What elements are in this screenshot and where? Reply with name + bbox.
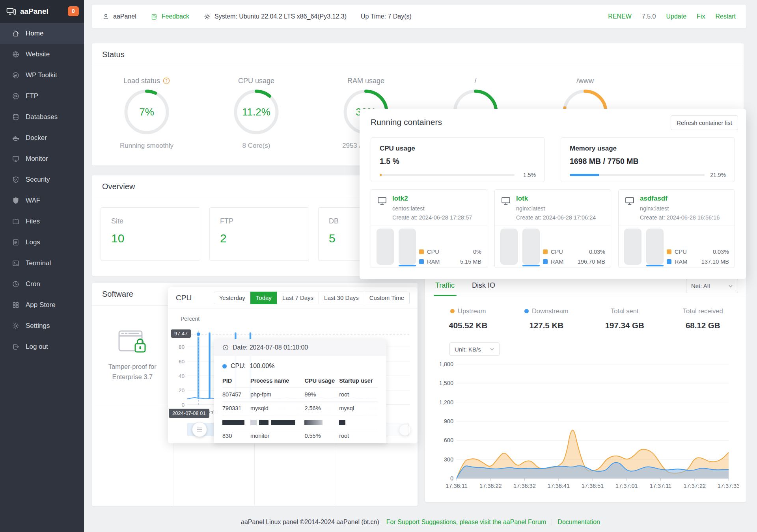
series-dot (450, 309, 455, 313)
ram-legend-swatch (667, 259, 671, 264)
gauge-load-status: Load status? 7% Running smoothly (92, 76, 201, 150)
sidebar-item-ftp[interactable]: FTP (0, 86, 84, 106)
sidebar-item-databases[interactable]: Databases (0, 106, 84, 127)
sidebar-item-app-store[interactable]: App Store (0, 294, 84, 315)
header-action-renew[interactable]: RENEW (608, 13, 632, 20)
forum-link[interactable]: For Support Suggestions, please visit th… (386, 519, 546, 526)
container-ram-value: 196.70 MB (578, 259, 605, 265)
svg-text:17:36:41: 17:36:41 (548, 483, 570, 489)
cpu-range-tab-last-30-days[interactable]: Last 30 Days (319, 292, 364, 304)
logout-icon (12, 343, 20, 351)
process-table: PIDProcess nameCPU usageStartup user 807… (222, 375, 378, 443)
header-action-update[interactable]: Update (666, 13, 687, 20)
wordpress-icon (12, 71, 20, 79)
cpu-title: CPU (176, 294, 192, 302)
container-card-asdfasdf[interactable]: asdfasdf nginx:latest Create at: 2024-06… (618, 189, 735, 268)
feedback-link[interactable]: Feedback (151, 13, 189, 20)
container-created: Create at: 2024-06-28 16:56:16 (640, 214, 720, 221)
sidebar-item-files[interactable]: Files (0, 211, 84, 232)
cpu-hover-date-badge: 2024-07-08 01 (169, 409, 209, 418)
cpu-range-tab-custom-time[interactable]: Custom Time (364, 292, 410, 304)
footer: aaPanel Linux panel ©2014-2024 aaPanel (… (84, 519, 757, 526)
sidebar-item-monitor[interactable]: Monitor (0, 148, 84, 169)
svg-text:60: 60 (179, 359, 185, 365)
documentation-link[interactable]: Documentation (557, 519, 600, 526)
container-created: Create at: 2024-06-28 17:06:24 (516, 214, 596, 221)
chevron-down-icon (490, 347, 494, 352)
gauge-value: 7% (123, 89, 170, 135)
header-action-restart[interactable]: Restart (715, 13, 736, 20)
docker-icon (12, 134, 20, 142)
header-action-fix[interactable]: Fix (697, 13, 705, 20)
tamper-proof-icon (117, 329, 147, 355)
security-icon (12, 176, 20, 184)
sidebar-item-cron[interactable]: Cron (0, 273, 84, 294)
containers-cpu-usage-card: CPU usage 1.5 % 1.5% (371, 137, 545, 182)
ram-legend-swatch (543, 259, 548, 264)
svg-text:600: 600 (444, 437, 453, 443)
container-card-lotk2[interactable]: lotk2 centos:latest Create at: 2024-06-2… (371, 189, 487, 268)
container-cpu-bar (500, 229, 518, 265)
process-row: 790331mysqld2.56%mysql (222, 402, 378, 415)
sidebar-item-wp-toolkit[interactable]: WP Toolkit (0, 65, 84, 86)
sidebar-item-log-out[interactable]: Log out (0, 336, 84, 357)
appstore-icon (12, 301, 20, 309)
cpu-range-tab-last-7-days[interactable]: Last 7 Days (277, 292, 319, 304)
sidebar-item-terminal[interactable]: Terminal (0, 253, 84, 273)
container-created: Create at: 2024-06-28 17:28:57 (392, 214, 472, 221)
cpu-legend-swatch (419, 249, 424, 254)
message-count-badge[interactable]: 0 (68, 6, 79, 16)
waf-icon (12, 197, 20, 205)
container-cpu-bar (624, 229, 641, 265)
chevron-down-icon (728, 284, 733, 288)
refresh-container-list-button[interactable]: Refresh container list (671, 115, 738, 130)
net-select[interactable]: Net: All (686, 279, 738, 293)
gauge-subtitle: 8 Core(s) (242, 142, 270, 150)
cpu-y-axis-label: Percent (181, 316, 200, 322)
tooltip-date: Date: 2024-07-08 01:10:00 (214, 339, 386, 356)
container-ram-bar (646, 229, 664, 265)
sidebar-item-website[interactable]: Website (0, 44, 84, 65)
user-menu[interactable]: aaPanel (102, 13, 136, 20)
svg-text:1,500: 1,500 (439, 380, 453, 386)
software-item-tamper-proof[interactable]: Tamper-proof for Enterprise 3.7 (92, 306, 173, 406)
overview-card-site[interactable]: Site 10 (101, 207, 200, 261)
process-row-redacted (222, 415, 378, 429)
traffic-chart[interactable]: 1,8001,5001,200900600300017:36:1117:36:2… (435, 359, 739, 497)
container-cpu-bar (377, 229, 394, 265)
traffic-stat-value: 68.12 GB (686, 321, 720, 330)
sidebar-item-settings[interactable]: Settings (0, 315, 84, 336)
svg-text:?: ? (165, 79, 168, 83)
container-card-lotk[interactable]: lotk nginx:latest Create at: 2024-06-28 … (494, 189, 611, 268)
sidebar-item-logs[interactable]: Logs (0, 232, 84, 253)
container-ram-bar (522, 229, 540, 265)
ram-legend-swatch (419, 259, 424, 264)
modal-title: Running containers (371, 117, 442, 127)
datazoom-right-handle[interactable] (399, 424, 411, 436)
datazoom-left-handle[interactable] (192, 422, 207, 437)
ftp-icon (12, 92, 20, 100)
sidebar: aaPanel 0 Home Website WP Toolkit FTP Da… (0, 0, 84, 532)
svg-text:17:37:22: 17:37:22 (684, 483, 706, 489)
sidebar-item-docker[interactable]: Docker (0, 127, 84, 148)
traffic-stat-total-sent: Total sent 197.34 GB (585, 307, 664, 330)
database-icon (12, 113, 20, 121)
cpu-range-tab-today[interactable]: Today (250, 292, 277, 304)
monitor-icon (12, 155, 20, 163)
sidebar-item-waf[interactable]: WAF (0, 190, 84, 211)
container-cpu-value: 0.03% (589, 249, 605, 255)
overview-card-ftp[interactable]: FTP 2 (209, 207, 309, 261)
svg-text:80: 80 (179, 344, 185, 350)
unit-select[interactable]: Unit: KB/s (449, 342, 500, 356)
system-os-icon (203, 13, 211, 20)
container-name: lotk (516, 195, 596, 203)
cpu-legend-swatch (667, 249, 671, 254)
container-image: nginx:latest (516, 205, 596, 212)
cpu-range-tab-yesterday[interactable]: Yesterday (214, 292, 251, 304)
help-icon[interactable]: ? (163, 77, 170, 84)
sidebar-item-home[interactable]: Home (0, 23, 84, 44)
sidebar-item-security[interactable]: Security (0, 169, 84, 190)
memory-progress-bar (570, 174, 705, 176)
containers-memory-usage-card: Memory usage 1698 MB / 7750 MB 21.9% (561, 137, 735, 182)
terminal-icon (12, 259, 20, 267)
